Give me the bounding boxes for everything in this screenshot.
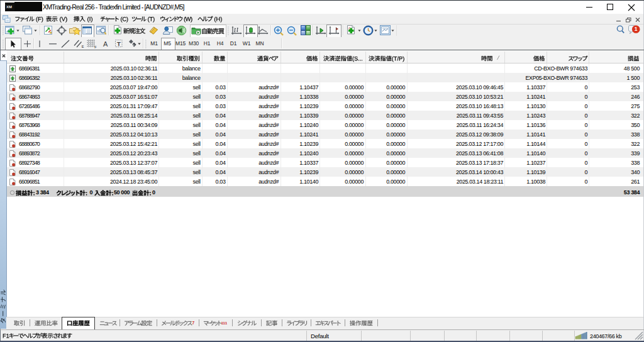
svg-text:T: T bbox=[117, 40, 121, 47]
svg-text:F: F bbox=[94, 45, 97, 49]
svg-text:E: E bbox=[82, 45, 84, 48]
svg-text:1: 1 bbox=[635, 26, 638, 32]
